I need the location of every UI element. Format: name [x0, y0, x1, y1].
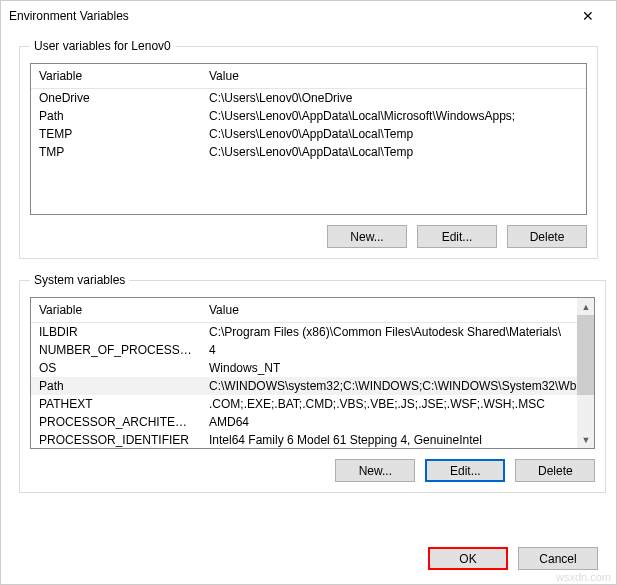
variable-value-cell: C:\Users\Lenov0\AppData\Local\Temp [201, 143, 586, 161]
variable-name-cell: OS [31, 359, 201, 377]
table-row[interactable]: PathC:\WINDOWS\system32;C:\WINDOWS;C:\WI… [31, 377, 594, 395]
variable-value-cell: C:\WINDOWS\system32;C:\WINDOWS;C:\WINDOW… [201, 377, 594, 395]
window-title: Environment Variables [9, 9, 568, 23]
variable-name-cell: PROCESSOR_IDENTIFIER [31, 431, 201, 449]
table-row[interactable]: ILBDIRC:\Program Files (x86)\Common File… [31, 323, 594, 341]
user-variables-legend: User variables for Lenov0 [30, 39, 175, 53]
table-row[interactable]: PATHEXT.COM;.EXE;.BAT;.CMD;.VBS;.VBE;.JS… [31, 395, 594, 413]
system-variables-legend: System variables [30, 273, 129, 287]
variable-value-cell: Intel64 Family 6 Model 61 Stepping 4, Ge… [201, 431, 594, 449]
variable-name-cell: NUMBER_OF_PROCESSORS [31, 341, 201, 359]
table-row[interactable]: PROCESSOR_IDENTIFIERIntel64 Family 6 Mod… [31, 431, 594, 449]
variable-value-cell: C:\Users\Lenov0\AppData\Local\Temp [201, 125, 586, 143]
scroll-thumb[interactable] [577, 315, 594, 395]
table-row[interactable]: PathC:\Users\Lenov0\AppData\Local\Micros… [31, 107, 586, 125]
scroll-down-icon[interactable]: ▼ [577, 431, 594, 448]
variable-name-cell: OneDrive [31, 89, 201, 107]
variable-value-cell: AMD64 [201, 413, 594, 431]
table-row[interactable]: OSWindows_NT [31, 359, 594, 377]
variable-name-cell: TEMP [31, 125, 201, 143]
table-row[interactable]: OneDriveC:\Users\Lenov0\OneDrive [31, 89, 586, 107]
variable-name-cell: Path [31, 107, 201, 125]
user-delete-button[interactable]: Delete [507, 225, 587, 248]
system-variables-list[interactable]: Variable Value ILBDIRC:\Program Files (x… [30, 297, 595, 449]
user-new-button[interactable]: New... [327, 225, 407, 248]
system-list-header: Variable Value [31, 298, 594, 323]
variable-value-cell: Windows_NT [201, 359, 594, 377]
variable-value-cell: C:\Users\Lenov0\OneDrive [201, 89, 586, 107]
variable-value-cell: C:\Users\Lenov0\AppData\Local\Microsoft\… [201, 107, 586, 125]
table-row[interactable]: PROCESSOR_ARCHITECTUREAMD64 [31, 413, 594, 431]
watermark-text: wsxdn.com [556, 571, 611, 583]
table-row[interactable]: NUMBER_OF_PROCESSORS4 [31, 341, 594, 359]
variable-value-cell: .COM;.EXE;.BAT;.CMD;.VBS;.VBE;.JS;.JSE;.… [201, 395, 594, 413]
variable-name-cell: PROCESSOR_ARCHITECTURE [31, 413, 201, 431]
content-area: User variables for Lenov0 Variable Value… [1, 31, 616, 547]
user-buttons-row: New... Edit... Delete [30, 225, 587, 248]
column-header-value[interactable]: Value [201, 298, 594, 322]
user-variables-list[interactable]: Variable Value OneDriveC:\Users\Lenov0\O… [30, 63, 587, 215]
variable-name-cell: PATHEXT [31, 395, 201, 413]
system-edit-button[interactable]: Edit... [425, 459, 505, 482]
cancel-button[interactable]: Cancel [518, 547, 598, 570]
variable-value-cell: 4 [201, 341, 594, 359]
user-edit-button[interactable]: Edit... [417, 225, 497, 248]
column-header-value[interactable]: Value [201, 64, 586, 88]
variable-value-cell: C:\Program Files (x86)\Common Files\Auto… [201, 323, 594, 341]
dialog-button-row: OK Cancel [1, 547, 616, 584]
scroll-track[interactable] [577, 315, 594, 431]
table-row[interactable]: TEMPC:\Users\Lenov0\AppData\Local\Temp [31, 125, 586, 143]
system-delete-button[interactable]: Delete [515, 459, 595, 482]
variable-name-cell: Path [31, 377, 201, 395]
column-header-variable[interactable]: Variable [31, 298, 201, 322]
titlebar: Environment Variables ✕ [1, 1, 616, 31]
ok-button[interactable]: OK [428, 547, 508, 570]
scrollbar-vertical[interactable]: ▲ ▼ [577, 298, 594, 448]
system-buttons-row: New... Edit... Delete [30, 459, 595, 482]
user-variables-group: User variables for Lenov0 Variable Value… [19, 39, 598, 259]
table-row[interactable]: TMPC:\Users\Lenov0\AppData\Local\Temp [31, 143, 586, 161]
variable-name-cell: ILBDIR [31, 323, 201, 341]
column-header-variable[interactable]: Variable [31, 64, 201, 88]
user-list-header: Variable Value [31, 64, 586, 89]
system-new-button[interactable]: New... [335, 459, 415, 482]
system-variables-group: System variables Variable Value ILBDIRC:… [19, 273, 606, 493]
environment-variables-dialog: Environment Variables ✕ User variables f… [0, 0, 617, 585]
variable-name-cell: TMP [31, 143, 201, 161]
close-icon[interactable]: ✕ [568, 1, 608, 31]
scroll-up-icon[interactable]: ▲ [577, 298, 594, 315]
